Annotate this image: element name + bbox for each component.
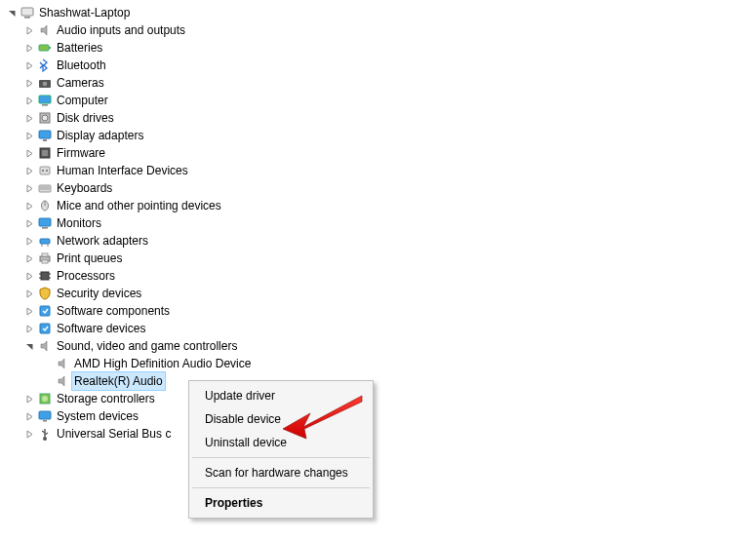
svg-rect-11: [43, 139, 47, 141]
software-icon: [37, 321, 53, 336]
tree-item[interactable]: Network adapters: [4, 232, 756, 250]
chevron-right-icon[interactable]: [21, 58, 37, 73]
svg-rect-36: [40, 324, 50, 333]
tree-item[interactable]: Firmware: [4, 144, 756, 162]
chevron-right-icon[interactable]: [21, 408, 37, 424]
chevron-right-icon[interactable]: [21, 163, 37, 178]
svg-point-38: [42, 396, 48, 402]
tree-item[interactable]: Monitors: [4, 214, 756, 232]
chevron-right-icon[interactable]: [21, 215, 37, 231]
chevron-down-icon[interactable]: [21, 338, 37, 354]
software-icon: [37, 303, 53, 319]
chevron-right-icon[interactable]: [21, 145, 37, 161]
svg-rect-29: [42, 260, 48, 263]
svg-rect-0: [21, 8, 33, 16]
tree-item[interactable]: Mice and other pointing devices: [4, 197, 756, 214]
device-tree: Shashwat-Laptop Audio inputs and outputs…: [0, 0, 756, 443]
tree-item[interactable]: Universal Serial Bus c: [4, 425, 756, 443]
tree-item[interactable]: Storage controllers: [4, 390, 756, 407]
storage-icon: [37, 391, 53, 406]
spacer: [39, 373, 55, 389]
svg-rect-6: [39, 96, 51, 103]
chevron-right-icon[interactable]: [21, 426, 37, 442]
tree-item-label: Human Interface Devices: [57, 162, 188, 179]
tree-item[interactable]: Print queues: [4, 250, 756, 267]
tree-item[interactable]: Security devices: [4, 285, 756, 302]
tree-item-label: Software devices: [57, 320, 145, 337]
svg-rect-30: [41, 272, 49, 280]
tree-item-label: Network adapters: [57, 232, 148, 250]
tree-item-label: Keyboards: [57, 179, 112, 197]
chevron-right-icon[interactable]: [21, 180, 37, 196]
processor-icon: [37, 268, 53, 284]
chevron-right-icon[interactable]: [21, 321, 37, 336]
chevron-right-icon[interactable]: [21, 198, 37, 213]
chevron-right-icon[interactable]: [21, 233, 37, 249]
tree-item-sound[interactable]: Sound, video and game controllers: [4, 337, 756, 355]
tree-item[interactable]: Computer: [4, 92, 756, 109]
tree-item[interactable]: System devices: [4, 407, 756, 425]
tree-item[interactable]: Bluetooth: [4, 57, 756, 74]
chevron-right-icon[interactable]: [21, 251, 37, 266]
computer-icon: [37, 93, 53, 108]
svg-rect-14: [40, 167, 50, 174]
svg-rect-3: [49, 47, 51, 49]
chevron-right-icon[interactable]: [21, 22, 37, 38]
tree-item[interactable]: Keyboards: [4, 179, 756, 197]
svg-rect-10: [39, 131, 51, 138]
chevron-right-icon[interactable]: [21, 286, 37, 301]
context-menu: Update driver Disable device Uninstall d…: [188, 380, 374, 519]
spacer: [39, 356, 55, 371]
chevron-right-icon[interactable]: [21, 268, 37, 284]
speaker-icon: [37, 338, 53, 354]
tree-item-amd-audio[interactable]: AMD High Definition Audio Device: [4, 355, 756, 372]
tree-item[interactable]: Disk drives: [4, 109, 756, 127]
camera-icon: [37, 75, 53, 91]
tree-item-label: Security devices: [57, 285, 141, 302]
chevron-right-icon[interactable]: [21, 110, 37, 126]
menu-separator: [192, 487, 370, 488]
tree-item-label: Monitors: [57, 214, 101, 232]
svg-rect-28: [42, 253, 48, 256]
chevron-right-icon[interactable]: [21, 40, 37, 56]
menu-uninstall-device[interactable]: Uninstall device: [191, 431, 371, 454]
svg-point-41: [43, 437, 47, 441]
svg-point-5: [43, 82, 48, 87]
tree-item[interactable]: Software components: [4, 302, 756, 320]
chevron-right-icon[interactable]: [21, 303, 37, 319]
tree-item[interactable]: Human Interface Devices: [4, 162, 756, 179]
tree-item[interactable]: Display adapters: [4, 127, 756, 144]
menu-disable-device[interactable]: Disable device: [191, 407, 371, 431]
system-icon: [37, 408, 53, 424]
tree-root-label: Shashwat-Laptop: [39, 4, 130, 21]
firmware-icon: [37, 145, 53, 161]
tree-item[interactable]: Processors: [4, 267, 756, 285]
tree-item[interactable]: Cameras: [4, 74, 756, 92]
speaker-icon: [55, 373, 70, 389]
svg-point-9: [42, 115, 48, 121]
chevron-right-icon[interactable]: [21, 391, 37, 406]
menu-properties[interactable]: Properties: [191, 491, 371, 515]
tree-item-label: Universal Serial Bus c: [57, 425, 171, 443]
svg-rect-1: [24, 17, 30, 19]
tree-item[interactable]: Audio inputs and outputs: [4, 21, 756, 39]
tree-item-label: Disk drives: [57, 109, 114, 127]
menu-scan-hardware[interactable]: Scan for hardware changes: [191, 461, 371, 484]
tree-root[interactable]: Shashwat-Laptop: [4, 4, 756, 21]
svg-rect-13: [42, 150, 48, 156]
tree-item-realtek-audio[interactable]: Realtek(R) Audio: [4, 372, 756, 390]
display-icon: [37, 128, 53, 143]
speaker-icon: [55, 356, 70, 371]
chevron-right-icon[interactable]: [21, 93, 37, 108]
menu-update-driver[interactable]: Update driver: [191, 384, 371, 407]
tree-item[interactable]: Software devices: [4, 320, 756, 337]
chevron-right-icon[interactable]: [21, 75, 37, 91]
chevron-right-icon[interactable]: [21, 128, 37, 143]
chevron-down-icon[interactable]: [4, 5, 20, 20]
tree-item-label: Software components: [57, 302, 170, 320]
battery-icon: [37, 40, 53, 56]
tree-item-label: Storage controllers: [57, 390, 155, 407]
mouse-icon: [37, 198, 53, 213]
tree-item-label: Cameras: [57, 74, 104, 92]
tree-item[interactable]: Batteries: [4, 39, 756, 57]
